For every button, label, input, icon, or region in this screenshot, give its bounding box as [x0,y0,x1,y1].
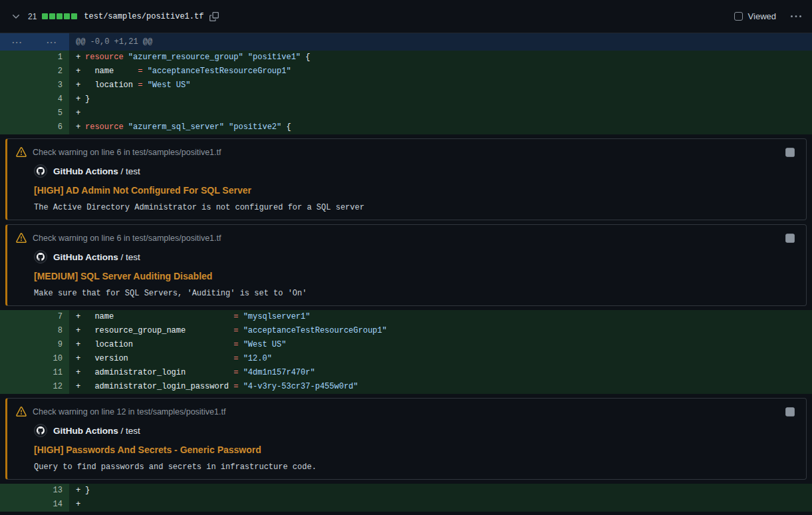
annotation-context: Check warning on line 6 in test/samples/… [33,234,221,243]
code-content: + [69,498,812,512]
diffstat-square [49,13,55,19]
line-number[interactable]: 8 [0,324,69,338]
file-name[interactable]: test/samples/positive1.tf [84,12,203,21]
line-number[interactable]: 12 [0,380,69,394]
code-content: +} [69,484,812,498]
diffstat-square [64,13,70,19]
line-number[interactable]: 1 [0,51,69,65]
annotation-message: The Active Directory Administrator is no… [34,202,795,213]
addition-marker: + [76,498,85,512]
diff-added-line: 14 + [0,498,812,512]
diff-added-line: 4 +} [0,92,812,106]
annotation-header: Check warning on line 6 in test/samples/… [16,146,795,159]
diff-added-line: 5 + [0,106,812,120]
code-content: + version = "12.0" [69,352,812,366]
diffstat-square [71,13,77,19]
hunk-header-row: ··· ··· @@ -0,0 +1,21 @@ [0,33,812,51]
viewed-label: Viewed [748,11,776,21]
code-content: +resource "azurerm_sql_server" "positive… [69,120,812,134]
line-number[interactable]: 5 [0,106,69,120]
annotation-source-name[interactable]: GitHub Actions [53,426,118,436]
line-number[interactable]: 14 [0,498,69,512]
kebab-menu-icon[interactable] [791,11,801,22]
addition-marker: + [76,352,85,366]
annotation-source-row: GitHub Actions / test [34,164,795,178]
changed-lines-count: 21 [28,12,37,21]
hunk-header-text: @@ -0,0 +1,21 @@ [69,33,812,51]
addition-marker: + [76,310,85,324]
pr-file-diff: 21 test/samples/positive1.tf Viewed ··· … [0,0,812,512]
code-content: +} [69,92,812,106]
line-number[interactable]: 10 [0,352,69,366]
viewed-toggle[interactable]: Viewed [734,11,776,21]
expand-down-dots-icon[interactable]: ··· [35,37,69,47]
expand-hunk-gutter: ··· ··· [0,33,69,51]
diff-added-line: 13 +} [0,484,812,498]
check-annotation: Check warning on line 12 in test/samples… [5,398,807,480]
diffstat-square [42,13,48,19]
annotation-context: Check warning on line 6 in test/samples/… [33,148,221,157]
line-number[interactable]: 11 [0,366,69,380]
annotation-source-job[interactable]: / test [118,166,140,176]
addition-marker: + [76,92,85,106]
diff-added-line: 9 + location = "West US" [0,338,812,352]
diff-added-line: 6 +resource "azurerm_sql_server" "positi… [0,120,812,134]
line-number[interactable]: 6 [0,120,69,134]
line-number[interactable]: 3 [0,79,69,92]
viewed-checkbox[interactable] [734,12,743,21]
warning-triangle-icon [16,233,27,244]
annotation-source-job[interactable]: / test [118,426,140,436]
annotation-log-icon[interactable] [785,147,795,158]
warning-triangle-icon [16,407,27,417]
check-annotation: Check warning on line 6 in test/samples/… [5,224,807,306]
diff-added-line: 8 + resource_group_name = "acceptanceTes… [0,324,812,338]
addition-marker: + [76,380,85,394]
github-actions-avatar [34,424,47,437]
annotation-log-icon[interactable] [785,233,795,244]
annotation-body: GitHub Actions / test [HIGH] AD Admin No… [16,164,795,213]
diff-added-line: 12 + administrator_login_password = "4-v… [0,380,812,394]
copy-path-icon[interactable] [209,12,219,21]
diff-added-line: 11 + administrator_login = "4dm1n157r470… [0,366,812,380]
addition-marker: + [76,120,85,134]
annotation-source-row: GitHub Actions / test [34,250,795,263]
annotation-title: [MEDIUM] SQL Server Auditing Disabled [34,269,795,283]
annotation-source-name[interactable]: GitHub Actions [53,252,118,262]
code-content: +resource "azurerm_resource_group" "posi… [69,51,812,65]
annotation-source-name[interactable]: GitHub Actions [53,166,118,176]
line-number[interactable]: 13 [0,484,69,498]
expand-up-dots-icon[interactable]: ··· [0,37,35,47]
annotation-log-icon[interactable] [785,407,795,417]
addition-marker: + [76,79,85,92]
addition-marker: + [76,51,85,65]
collapse-file-chevron-icon[interactable] [11,11,21,22]
addition-marker: + [76,324,85,338]
line-number[interactable]: 4 [0,92,69,106]
line-number[interactable]: 7 [0,310,69,324]
line-number[interactable]: 9 [0,338,69,352]
code-content: + location = "West US" [69,338,812,352]
addition-marker: + [76,106,85,120]
code-content: + [69,106,812,120]
annotation-header: Check warning on line 12 in test/samples… [16,405,795,419]
annotation-title: [HIGH] AD Admin Not Configured For SQL S… [34,184,795,197]
addition-marker: + [76,338,85,352]
diffstat-square [57,13,63,19]
annotation-source-row: GitHub Actions / test [34,424,795,437]
addition-marker: + [76,366,85,380]
annotation-message: Query to find passwords and secrets in i… [34,462,795,472]
file-header: 21 test/samples/positive1.tf Viewed [0,0,812,33]
annotation-source-job[interactable]: / test [118,252,140,262]
code-content: + location = "West US" [69,79,812,92]
diffstat-squares [42,13,77,19]
code-content: + administrator_login = "4dm1n157r470r" [69,366,812,380]
warning-triangle-icon [16,147,27,158]
annotation-context: Check warning on line 12 in test/samples… [33,407,225,417]
annotation-message: Make sure that for SQL Servers, 'Auditin… [34,288,795,299]
diff-body: ··· ··· @@ -0,0 +1,21 @@ 1 +resource "az… [0,33,812,512]
diff-added-line: 1 +resource "azurerm_resource_group" "po… [0,51,812,65]
addition-marker: + [76,484,85,498]
line-number[interactable]: 2 [0,65,69,79]
code-content: + administrator_login_password = "4-v3ry… [69,380,812,394]
diff-added-line: 10 + version = "12.0" [0,352,812,366]
